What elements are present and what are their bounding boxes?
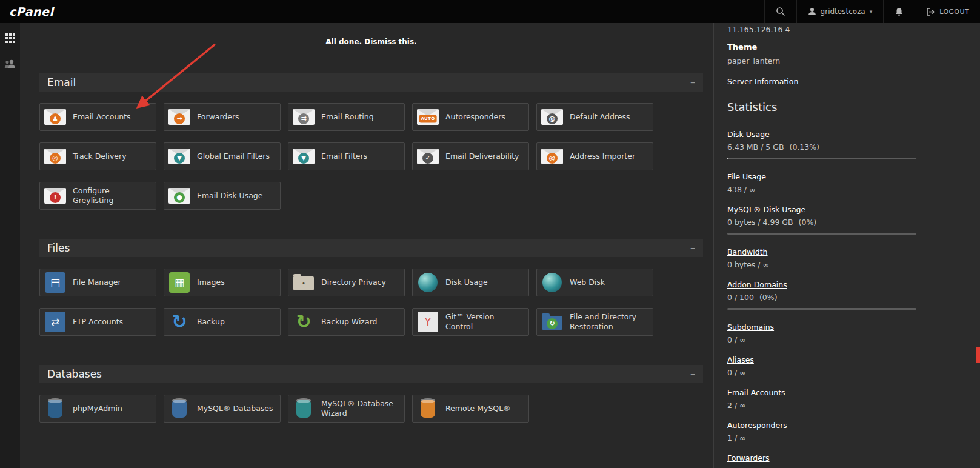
mysql-databases-icon xyxy=(167,396,192,421)
autoresponders-icon-badge: AUTO xyxy=(419,115,437,122)
app-card-remote-mysql[interactable]: Remote MySQL® xyxy=(412,395,529,423)
app-card-disk-usage[interactable]: Disk Usage xyxy=(412,269,529,296)
app-card-email-disk-usage[interactable]: ●Email Disk Usage xyxy=(164,182,281,210)
collapse-section-icon[interactable]: – xyxy=(690,243,695,253)
app-card-label: MySQL® Database Wizard xyxy=(321,399,399,418)
stat-label[interactable]: Disk Usage xyxy=(727,130,770,139)
app-card-configure-greylisting[interactable]: !Configure Greylisting xyxy=(39,182,156,210)
mysql-databases-icon-base xyxy=(172,400,187,418)
app-card-forwarders[interactable]: →Forwarders xyxy=(164,103,281,131)
user-menu[interactable]: gridtestcoza ▾ xyxy=(796,0,884,23)
app-card-images[interactable]: ▦Images xyxy=(164,269,281,296)
app-card-label: Disk Usage xyxy=(445,278,488,287)
stat-addon-domains: Addon Domains0 / 100(0%) xyxy=(727,278,965,310)
app-card-email-filters[interactable]: ▼Email Filters xyxy=(288,142,405,170)
configure-greylisting-icon: ! xyxy=(43,184,67,208)
directory-privacy-icon: • xyxy=(292,270,316,295)
stat-label[interactable]: Addon Domains xyxy=(727,280,787,289)
left-sidebar xyxy=(0,23,20,468)
app-card-label: Backup xyxy=(197,317,225,327)
nav-user-manager-button[interactable] xyxy=(2,56,18,72)
stat-value: 438 / ∞ xyxy=(727,185,965,194)
app-card-web-disk[interactable]: Web Disk xyxy=(536,269,653,296)
email-disk-usage-icon: ● xyxy=(167,184,192,208)
stat-label[interactable]: Bandwidth xyxy=(727,247,768,256)
topbar-actions: gridtestcoza ▾ LOGOUT xyxy=(764,0,980,23)
app-card-label: Email Routing xyxy=(321,112,374,122)
backup-wizard-icon: ↻ xyxy=(292,310,316,334)
directory-privacy-icon-base: • xyxy=(293,276,314,290)
app-card-address-importer[interactable]: @Address Importer xyxy=(536,142,653,170)
app-card-backup[interactable]: ↻Backup xyxy=(164,308,281,336)
stat-value: 0 / ∞ xyxy=(727,368,965,377)
app-card-ftp-accounts[interactable]: ⇄FTP Accounts xyxy=(39,308,156,336)
email-routing-icon-badge: ⇉ xyxy=(298,113,309,124)
backup-icon-base: ↻ xyxy=(169,312,190,332)
dismiss-notice-link[interactable]: All done. Dismiss this. xyxy=(325,38,416,46)
backup-icon: ↻ xyxy=(167,310,192,334)
app-card-file-manager[interactable]: ▤File Manager xyxy=(39,269,156,296)
search-button[interactable] xyxy=(764,0,796,23)
app-card-label: File and Directory Restoration xyxy=(570,312,648,331)
server-information-link[interactable]: Server Information xyxy=(727,77,798,86)
apps-grid-icon xyxy=(5,33,15,43)
collapse-section-icon[interactable]: – xyxy=(690,369,695,379)
stat-label[interactable]: Autoresponders xyxy=(727,421,787,430)
email-accounts-icon-badge: ♟ xyxy=(50,113,61,124)
app-card-track-delivery[interactable]: ◎Track Delivery xyxy=(39,142,156,170)
global-email-filters-icon-badge: ▼ xyxy=(174,153,185,164)
cpanel-logo: cPanel xyxy=(0,0,53,23)
stat-label[interactable]: Forwarders xyxy=(727,453,770,463)
file-directory-restoration-icon-badge: ↻ xyxy=(547,318,558,329)
main-content: All done. Dismiss this. Email–♟Email Acc… xyxy=(20,23,713,468)
feedback-tab-edge[interactable] xyxy=(976,347,980,363)
app-card-mysql-database-wizard[interactable]: MySQL® Database Wizard xyxy=(288,395,405,423)
file-directory-restoration-icon: ↻ xyxy=(540,310,564,334)
app-card-default-address[interactable]: @Default Address xyxy=(536,103,653,131)
email-deliverability-icon: ✓ xyxy=(416,144,440,169)
app-card-email-accounts[interactable]: ♟Email Accounts xyxy=(39,103,156,131)
statistics-list: Disk Usage6.43 MB / 5 GB(0.13%)File Usag… xyxy=(727,128,965,468)
email-disk-usage-icon-badge: ● xyxy=(174,192,185,203)
notifications-button[interactable] xyxy=(883,0,915,23)
stat-label[interactable]: Aliases xyxy=(727,355,754,364)
app-card-git-version-control[interactable]: YGit™ Version Control xyxy=(412,308,529,336)
app-card-label: Web Disk xyxy=(570,278,605,287)
images-icon-base: ▦ xyxy=(169,272,190,293)
app-card-mysql-databases[interactable]: MySQL® Databases xyxy=(164,395,281,423)
app-card-phpmyadmin[interactable]: phpMyAdmin xyxy=(39,395,156,423)
forwarders-icon: → xyxy=(167,105,192,129)
app-card-label: Directory Privacy xyxy=(321,278,386,287)
nav-apps-button[interactable] xyxy=(2,30,18,46)
search-icon xyxy=(776,7,785,16)
app-card-global-email-filters[interactable]: ▼Global Email Filters xyxy=(164,142,281,170)
address-importer-icon-badge: @ xyxy=(547,153,558,164)
stat-label[interactable]: Email Accounts xyxy=(727,388,785,397)
images-icon: ▦ xyxy=(167,270,192,295)
app-card-label: Git™ Version Control xyxy=(445,312,524,331)
app-card-label: Images xyxy=(197,278,225,287)
stat-forwarders: Forwarders0 / ∞ xyxy=(727,452,965,468)
app-card-email-routing[interactable]: ⇉Email Routing xyxy=(288,103,405,131)
app-card-label: Global Email Filters xyxy=(197,152,270,161)
app-card-label: MySQL® Databases xyxy=(197,404,273,413)
collapse-section-icon[interactable]: – xyxy=(690,78,695,87)
global-email-filters-icon: ▼ xyxy=(167,144,192,169)
default-address-icon: @ xyxy=(540,105,564,129)
app-card-label: Email Filters xyxy=(321,152,367,161)
app-card-label: Forwarders xyxy=(197,112,239,122)
section-databases: Databases–phpMyAdminMySQL® DatabasesMySQ… xyxy=(39,365,703,423)
stat-percentage: (0%) xyxy=(799,218,817,227)
section-header: Email– xyxy=(39,73,703,92)
stat-value: 0 bytes / ∞ xyxy=(727,260,965,269)
app-card-file-and-directory-restoration[interactable]: ↻File and Directory Restoration xyxy=(536,308,653,336)
app-card-backup-wizard[interactable]: ↻Backup Wizard xyxy=(288,308,405,336)
stat-label[interactable]: Subdomains xyxy=(727,323,774,332)
app-card-email-deliverability[interactable]: ✓Email Deliverability xyxy=(412,142,529,170)
remote-mysql-icon xyxy=(416,396,440,421)
app-card-autoresponders[interactable]: AUTOAutoresponders xyxy=(412,103,529,131)
app-card-label: File Manager xyxy=(73,278,121,287)
disk-usage-icon-base xyxy=(418,273,438,292)
app-card-directory-privacy[interactable]: •Directory Privacy xyxy=(288,269,405,296)
logout-button[interactable]: LOGOUT xyxy=(915,0,980,23)
